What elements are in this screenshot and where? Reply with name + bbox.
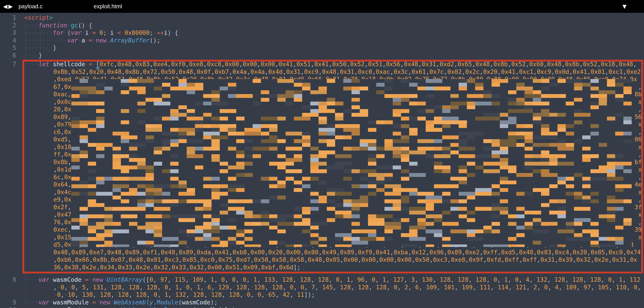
line-number: 4 <box>0 37 16 44</box>
code-row: ····var·wasmInstance·=·new·WebAssembly.I… <box>24 306 642 308</box>
code-line: 1<script> <box>0 14 644 22</box>
line-number: 5 <box>0 44 16 52</box>
line-number: 6 <box>0 52 16 59</box>
code-line: 5········} <box>0 44 644 52</box>
code-line: 10····var·wasmInstance·=·new·WebAssembly… <box>0 306 644 308</box>
selection-highlight-border <box>22 60 643 273</box>
code-line: 3········for·(var·i·=·0;·i·<·0x80000;·++… <box>0 29 644 37</box>
code-line: 6····} <box>0 52 644 59</box>
code-row: ·0,·10,·138,·128,·128,·128,·0,·1,·132,·1… <box>24 291 642 298</box>
code-line: 4············var·a·=·new·ArrayBuffer(); <box>0 37 644 44</box>
tab-overflow-menu-icon[interactable]: ▼ <box>621 3 628 10</box>
tab-exploit-html[interactable]: exploit.html <box>94 0 122 13</box>
code-row: ····} <box>24 52 642 59</box>
line-number: 3 <box>0 29 16 37</box>
line-number: 8 <box>0 276 16 283</box>
code-row: ········} <box>24 44 642 52</box>
line-number: 7 <box>0 60 16 68</box>
line-number: 1 <box>0 14 16 22</box>
code-line: 8····var·wasmCode·=·new·Uint8Array([0,·9… <box>0 276 644 298</box>
tab-bar: ◀ ▶ payload.c exploit.html ▼ <box>0 0 644 13</box>
code-row: ············var·a·=·new·ArrayBuffer(); <box>24 37 642 44</box>
code-line: 2····function·gc()·{ <box>0 22 644 29</box>
code-row: ········for·(var·i·=·0;·i·<·0x80000;·++i… <box>24 29 642 37</box>
line-number: 10 <box>0 306 16 308</box>
code-row: ····var·wasmCode·=·new·Uint8Array([0,·97… <box>24 276 642 283</box>
line-number: 9 <box>0 298 16 306</box>
line-number: 2 <box>0 22 16 29</box>
code-row: ····var·wasmModule·=·new·WebAssembly.Mod… <box>24 298 642 306</box>
code-row: ····function·gc()·{ <box>24 22 642 29</box>
code-line: 9····var·wasmModule·=·new·WebAssembly.Mo… <box>0 298 644 306</box>
history-back-icon[interactable]: ◀ <box>3 0 8 13</box>
code-row: <script> <box>24 14 642 22</box>
code-editor-window: ◀ ▶ payload.c exploit.html ▼ 1<script>2·… <box>0 0 644 308</box>
code-row: ,·0,·0,·5,·131,·128,·128,·128,·0,·1,·0,·… <box>24 283 642 291</box>
history-forward-icon[interactable]: ▶ <box>8 0 12 13</box>
tab-payload-c[interactable]: payload.c <box>18 0 42 13</box>
